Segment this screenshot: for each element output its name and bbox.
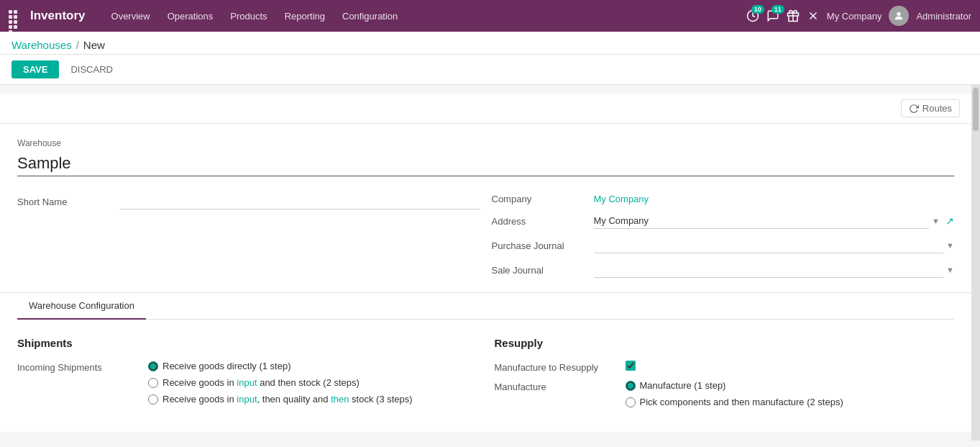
shipments-section: Shipments Incoming Shipments Receive goo… [17, 337, 477, 415]
incoming-step3-option[interactable]: Receive goods in input, then quality and… [148, 394, 413, 405]
scrollbar-thumb[interactable] [973, 88, 979, 131]
resupply-section: Resupply Manufacture to Resupply Manufac… [495, 337, 955, 415]
sale-journal-value: ▼ [594, 262, 955, 278]
content-wrapper: Routes Warehouse Short Name [0, 85, 980, 441]
activity-badge: 10 [751, 5, 764, 14]
sale-journal-select[interactable] [594, 262, 944, 278]
messages-badge: 11 [771, 5, 784, 14]
user-avatar[interactable] [889, 6, 909, 26]
form-section: Warehouse Short Name [0, 124, 971, 292]
short-name-row: Short Name [17, 194, 480, 209]
sale-journal-caret-icon: ▼ [946, 266, 954, 274]
config-body: Shipments Incoming Shipments Receive goo… [0, 320, 971, 432]
scrollbar[interactable] [971, 85, 980, 441]
incoming-step3-label: Receive goods in input, then quality and… [162, 394, 413, 405]
incoming-shipments-row: Incoming Shipments Receive goods directl… [17, 361, 477, 405]
gift-icon[interactable] [787, 9, 800, 22]
company-label-field: Company [492, 194, 585, 204]
tabs-section: Warehouse Configuration [0, 292, 971, 320]
short-name-input[interactable] [119, 194, 480, 209]
purchase-journal-caret-icon: ▼ [946, 241, 954, 250]
topnav-right: 10 11 My Company Administrator [746, 6, 971, 26]
manufacture-row: Manufacture Manufacture (1 step) Pick co… [495, 380, 955, 407]
sale-journal-row: Sale Journal ▼ [492, 262, 955, 278]
manufacture-resupply-options [626, 361, 636, 371]
manufacture-step1-radio[interactable] [626, 381, 636, 391]
form-left: Short Name [17, 194, 480, 278]
incoming-step1-radio[interactable] [148, 361, 158, 371]
close-icon[interactable] [807, 9, 820, 22]
activity-button[interactable]: 10 [746, 9, 759, 22]
incoming-step1-option[interactable]: Receive goods directly (1 step) [148, 361, 413, 371]
purchase-journal-select-container: ▼ [594, 238, 955, 253]
incoming-step2-label: Receive goods in input and then stock (2… [162, 377, 360, 388]
short-name-value [119, 194, 480, 209]
address-caret-icon: ▼ [932, 217, 940, 225]
manufacture-step1-option[interactable]: Manufacture (1 step) [626, 380, 843, 391]
menu-configuration[interactable]: Configuration [335, 0, 405, 32]
company-label[interactable]: My Company [827, 11, 882, 22]
incoming-shipments-label: Incoming Shipments [17, 361, 139, 373]
warehouse-name-input[interactable] [17, 151, 954, 176]
tabs: Warehouse Configuration [17, 293, 954, 320]
manufacture-step2-option[interactable]: Pick components and then manufacture (2 … [626, 397, 843, 407]
breadcrumb-separator: / [76, 39, 79, 51]
incoming-step3-radio[interactable] [148, 394, 158, 405]
menu-overview[interactable]: Overview [104, 0, 157, 32]
address-select-container: My Company ▼ ↗ [594, 213, 955, 229]
resupply-title: Resupply [495, 337, 955, 349]
address-select[interactable]: My Company [594, 213, 930, 229]
user-name[interactable]: Administrator [916, 11, 971, 22]
address-value: My Company ▼ ↗ [594, 213, 955, 229]
form-right: Company My Company Address My Company [492, 194, 955, 278]
main-area: Routes Warehouse Short Name [0, 85, 971, 441]
address-row: Address My Company ▼ ↗ [492, 213, 955, 229]
messages-button[interactable]: 11 [766, 9, 779, 22]
top-navigation: Inventory Overview Operations Products R… [0, 0, 980, 32]
manufacture-label: Manufacture [495, 380, 617, 392]
app-grid-icon[interactable] [9, 10, 20, 22]
breadcrumb-new: New [83, 39, 105, 51]
manufacture-options: Manufacture (1 step) Pick components and… [626, 380, 843, 407]
menu-operations[interactable]: Operations [160, 0, 221, 32]
incoming-step2-radio[interactable] [148, 378, 158, 388]
company-row: Company My Company [492, 194, 955, 204]
address-external-link-icon[interactable]: ↗ [945, 215, 954, 227]
breadcrumb-warehouses[interactable]: Warehouses [12, 39, 72, 51]
purchase-journal-select[interactable] [594, 238, 944, 253]
sale-journal-select-container: ▼ [594, 262, 955, 278]
routes-label: Routes [922, 103, 952, 114]
address-label: Address [492, 216, 585, 227]
form-grid: Short Name Company My Company [17, 194, 954, 278]
incoming-step2-option[interactable]: Receive goods in input and then stock (2… [148, 377, 413, 388]
manufacture-resupply-label: Manufacture to Resupply [495, 361, 617, 373]
short-name-label: Short Name [17, 197, 111, 207]
manufacture-resupply-checkbox-option[interactable] [626, 361, 636, 371]
menu-reporting[interactable]: Reporting [278, 0, 332, 32]
purchase-journal-value: ▼ [594, 238, 955, 253]
purchase-journal-row: Purchase Journal ▼ [492, 238, 955, 253]
routes-button[interactable]: Routes [901, 99, 960, 117]
action-bar: SAVE DISCARD [0, 55, 980, 85]
tab-warehouse-configuration[interactable]: Warehouse Configuration [17, 293, 146, 320]
main-menu: Overview Operations Products Reporting C… [104, 0, 741, 32]
routes-bar: Routes [0, 94, 971, 124]
form-card: Routes Warehouse Short Name [0, 94, 971, 432]
company-link[interactable]: My Company [594, 194, 649, 204]
menu-products[interactable]: Products [223, 0, 274, 32]
shipments-title: Shipments [17, 337, 477, 349]
purchase-journal-label: Purchase Journal [492, 240, 585, 251]
app-name: Inventory [30, 9, 86, 23]
warehouse-field-label: Warehouse [17, 138, 954, 148]
breadcrumb: Warehouses / New [0, 32, 980, 55]
manufacture-resupply-row: Manufacture to Resupply [495, 361, 955, 373]
manufacture-resupply-checkbox[interactable] [626, 361, 636, 371]
refresh-icon [909, 104, 919, 114]
save-button[interactable]: SAVE [12, 60, 59, 78]
company-value: My Company [594, 194, 955, 204]
incoming-step1-label: Receive goods directly (1 step) [162, 361, 290, 371]
svg-point-5 [897, 12, 901, 16]
discard-button[interactable]: DISCARD [65, 60, 119, 78]
sale-journal-label: Sale Journal [492, 265, 585, 276]
manufacture-step2-radio[interactable] [626, 397, 636, 407]
